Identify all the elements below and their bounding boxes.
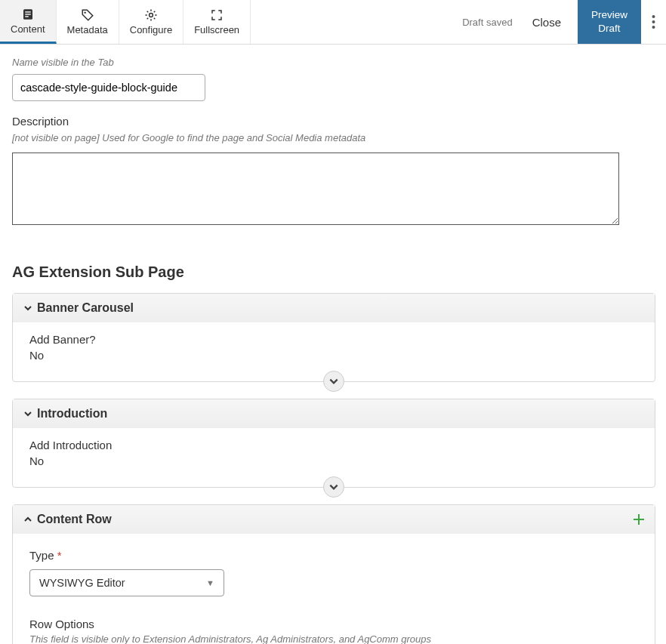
preview-line2: Draft [591,22,627,35]
collapse-toggle-intro[interactable] [323,476,344,498]
collapse-toggle-banner[interactable] [323,371,344,392]
panel-introduction: Introduction Add Introduction No [12,399,655,488]
tab-configure[interactable]: Configure [119,0,183,44]
caret-down-icon: ▼ [206,578,214,587]
svg-point-6 [652,15,655,18]
banner-answer: No [29,349,638,362]
banner-question: Add Banner? [29,333,638,346]
chevron-up-icon [23,515,37,524]
tab-label: Content [11,23,45,35]
fullscreen-icon [210,8,224,22]
panel-banner-carousel: Banner Carousel Add Banner? No [12,293,655,382]
name-input[interactable] [12,74,205,101]
panel-title: Content Row [37,513,112,526]
content-icon [21,8,35,21]
more-menu-button[interactable] [641,14,666,29]
draft-saved-label: Draft saved [462,17,512,28]
chevron-down-icon [23,304,37,313]
preview-draft-button[interactable]: Preview Draft [578,0,641,44]
svg-point-8 [652,26,655,29]
svg-point-5 [150,14,153,17]
section-title: AG Extension Sub Page [12,263,654,281]
name-hint: Name visible in the Tab [12,57,654,68]
tab-label: Configure [130,24,172,35]
kebab-icon [652,14,655,29]
tab-label: Metadata [67,24,108,35]
panel-header-banner[interactable]: Banner Carousel [13,294,655,322]
row-options-label: Row Options [29,618,638,630]
tab-label: Fullscreen [194,24,239,35]
tab-metadata[interactable]: Metadata [57,0,119,44]
top-toolbar: Content Metadata Configure Fullscreen Dr… [0,0,666,45]
svg-rect-3 [25,16,29,17]
svg-point-4 [84,11,85,13]
gear-icon [144,8,158,22]
chevron-down-icon [328,376,339,387]
panel-title: Introduction [37,407,107,421]
content-area: Name visible in the Tab Description [not… [0,45,666,644]
toolbar-right: Draft saved Close Preview Draft [462,0,666,44]
panel-content-row: Content Row Type * WYSIWYG Editor ▼ Row … [12,504,655,644]
required-asterisk: * [57,549,62,562]
plus-icon [632,513,646,526]
svg-point-7 [652,20,655,23]
chevron-down-icon [23,409,37,418]
svg-rect-2 [25,14,31,14]
tab-content[interactable]: Content [0,0,57,44]
panel-header-content-row[interactable]: Content Row [13,505,655,534]
panel-header-intro[interactable]: Introduction [13,399,655,428]
panel-title: Banner Carousel [37,301,134,315]
tag-icon [81,8,94,22]
add-row-button[interactable] [632,513,646,526]
type-label: Type * [29,549,638,562]
type-select[interactable]: WYSIWYG Editor ▼ [29,569,224,596]
type-selected-value: WYSIWYG Editor [39,577,125,589]
tab-fullscreen[interactable]: Fullscreen [183,0,251,44]
svg-rect-1 [25,11,31,12]
description-label: Description [12,115,654,128]
panel-body-content-row: Type * WYSIWYG Editor ▼ Row Options This… [13,534,655,644]
close-button[interactable]: Close [526,10,567,35]
description-textarea[interactable] [12,153,619,225]
preview-line1: Preview [591,8,627,22]
intro-question: Add Introduction [29,439,638,451]
row-options-hint: This field is visible only to Extension … [29,633,638,644]
description-hint: [not visible on page] Used for Google to… [12,132,654,143]
chevron-down-icon [328,482,339,492]
intro-answer: No [29,454,638,467]
